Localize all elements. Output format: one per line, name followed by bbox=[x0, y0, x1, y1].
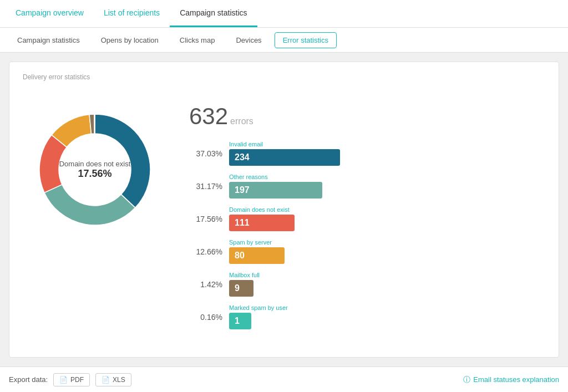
sub-navigation: Campaign statistics Opens by location Cl… bbox=[0, 28, 568, 53]
stat-label: Spam by server bbox=[229, 239, 545, 246]
stat-bar-group: Marked spam by user 1 bbox=[229, 304, 545, 329]
stat-bar: 80 bbox=[229, 247, 285, 264]
main-content: Delivery error statistics Domain does no… bbox=[0, 53, 568, 366]
stat-label: Mailbox full bbox=[229, 272, 545, 278]
stat-row: 17.56% Domain does not exist 111 bbox=[189, 206, 545, 231]
donut-chart: Domain does not exist 17.56% bbox=[23, 98, 167, 242]
stat-label: Marked spam by user bbox=[229, 304, 545, 311]
tab-campaign-statistics[interactable]: Campaign statistics bbox=[170, 0, 257, 27]
stat-pct: 37.03% bbox=[189, 149, 222, 158]
subnav-clicks-map[interactable]: Clicks map bbox=[171, 32, 224, 48]
total-errors: 632errors bbox=[189, 103, 545, 130]
stat-bar-group: Spam by server 80 bbox=[229, 239, 545, 264]
stat-pct: 1.42% bbox=[189, 280, 222, 289]
stat-pct: 31.17% bbox=[189, 182, 222, 191]
stat-label: Other reasons bbox=[229, 174, 545, 180]
subnav-opens-by-location[interactable]: Opens by location bbox=[93, 32, 167, 48]
subnav-error-statistics[interactable]: Error statistics bbox=[275, 32, 337, 48]
pdf-icon: 📄 bbox=[59, 376, 68, 384]
stat-row: 0.16% Marked spam by user 1 bbox=[189, 304, 545, 329]
stat-bar-group: Mailbox full 9 bbox=[229, 272, 545, 297]
tab-list-of-recipients[interactable]: List of recipients bbox=[94, 0, 170, 27]
stat-bar-group: Other reasons 197 bbox=[229, 174, 545, 198]
delivery-error-card: Delivery error statistics Domain does no… bbox=[9, 62, 559, 358]
stat-row: 12.66% Spam by server 80 bbox=[189, 239, 545, 264]
footer: Export data: 📄 PDF 📄 XLS ⓘ Email statuse… bbox=[0, 366, 568, 392]
info-icon: ⓘ bbox=[463, 375, 470, 385]
stat-pct: 12.66% bbox=[189, 247, 222, 256]
stat-bar-group: Invalid email 234 bbox=[229, 141, 545, 166]
stat-bar: 111 bbox=[229, 215, 295, 231]
xls-export-button[interactable]: 📄 XLS bbox=[95, 373, 131, 386]
stat-pct: 17.56% bbox=[189, 215, 222, 223]
email-status-link[interactable]: ⓘ Email statuses explanation bbox=[463, 375, 559, 385]
stat-bar: 234 bbox=[229, 149, 340, 166]
xls-icon: 📄 bbox=[102, 376, 110, 384]
pdf-export-button[interactable]: 📄 PDF bbox=[53, 373, 90, 386]
top-navigation: Campaign overview List of recipients Cam… bbox=[0, 0, 568, 28]
stat-label: Domain does not exist bbox=[229, 206, 545, 213]
footer-left: Export data: 📄 PDF 📄 XLS bbox=[9, 373, 131, 386]
stat-bar: 197 bbox=[229, 182, 322, 198]
stat-bar-group: Domain does not exist 111 bbox=[229, 206, 545, 231]
content-area: Domain does not exist 17.56% 632errors 3… bbox=[23, 92, 545, 337]
export-label: Export data: bbox=[9, 375, 48, 384]
stat-row: 1.42% Mailbox full 9 bbox=[189, 272, 545, 297]
stat-label: Invalid email bbox=[229, 141, 545, 147]
stat-row: 31.17% Other reasons 197 bbox=[189, 174, 545, 198]
stats-area: 632errors 37.03% Invalid email 234 31.17… bbox=[189, 98, 545, 337]
stat-pct: 0.16% bbox=[189, 313, 222, 322]
stat-row: 37.03% Invalid email 234 bbox=[189, 141, 545, 166]
stat-bar: 1 bbox=[229, 313, 251, 329]
subnav-devices[interactable]: Devices bbox=[227, 32, 270, 48]
subnav-campaign-statistics[interactable]: Campaign statistics bbox=[9, 32, 88, 48]
card-title: Delivery error statistics bbox=[23, 73, 545, 81]
stat-bar: 9 bbox=[229, 280, 253, 297]
tab-campaign-overview[interactable]: Campaign overview bbox=[6, 0, 94, 27]
